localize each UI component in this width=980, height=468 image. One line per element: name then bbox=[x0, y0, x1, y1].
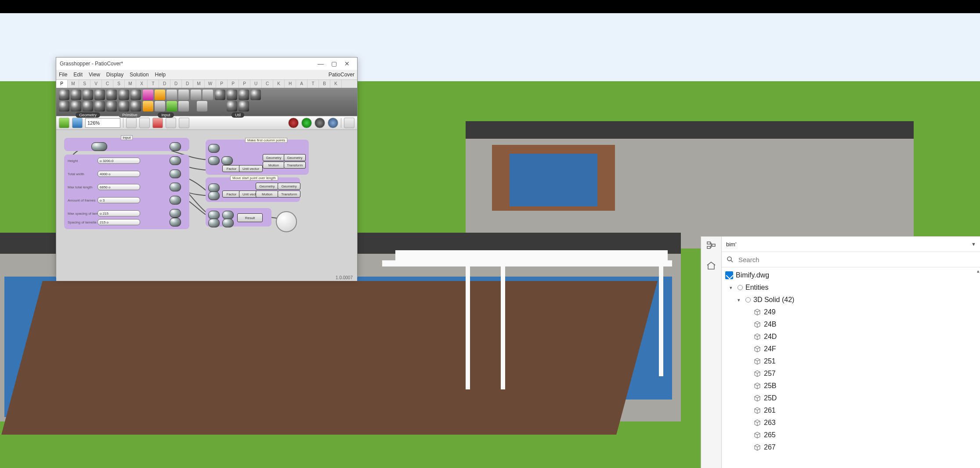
ribbon-button[interactable] bbox=[155, 90, 165, 100]
comp-geometry[interactable]: Geometry bbox=[263, 154, 285, 161]
comp-unit-vector[interactable]: Unit vector bbox=[239, 165, 263, 172]
gh-close-button[interactable]: ✕ bbox=[340, 60, 354, 67]
tree-solid-item[interactable]: 25D bbox=[725, 392, 980, 404]
gh-tab[interactable]: T bbox=[148, 80, 159, 88]
param-dot-icon[interactable] bbox=[208, 184, 220, 192]
structure-panel[interactable]: bim' ▼ ▴ Bimify.dwg ▾ Entities ▾ 3D Soli… bbox=[701, 236, 980, 468]
tree-solid-item[interactable]: 261 bbox=[725, 404, 980, 417]
slider-spacing[interactable]: Spacing of lamella 215 o bbox=[68, 219, 140, 226]
gh-tab[interactable]: D bbox=[159, 80, 170, 88]
ribbon-button[interactable] bbox=[130, 101, 141, 112]
zoom-extents-icon[interactable] bbox=[126, 118, 137, 128]
ribbon-button[interactable] bbox=[143, 90, 153, 100]
ribbon-button[interactable] bbox=[106, 101, 117, 112]
panel-filter-row[interactable]: bim' ▼ bbox=[722, 237, 980, 252]
gh-tab[interactable]: M bbox=[193, 80, 205, 88]
gh-menu-display[interactable]: Display bbox=[106, 72, 123, 78]
visibility-icon[interactable] bbox=[745, 297, 751, 302]
grasshopper-window[interactable]: Grasshopper - PatioCover* — ▢ ✕ File Edi… bbox=[56, 57, 358, 277]
ribbon-button[interactable] bbox=[71, 90, 81, 100]
ribbon-button[interactable] bbox=[227, 90, 237, 100]
tree-solid-item[interactable]: 249 bbox=[725, 306, 980, 318]
ribbon-button[interactable] bbox=[119, 90, 129, 100]
param-dot-icon[interactable] bbox=[208, 156, 220, 165]
slider-output-icon[interactable] bbox=[170, 169, 181, 178]
ribbon-nav-fwd[interactable] bbox=[203, 90, 213, 100]
ribbon-button[interactable] bbox=[227, 101, 237, 112]
display-selected-icon[interactable] bbox=[328, 118, 338, 128]
param-dot-icon[interactable] bbox=[222, 219, 234, 227]
ribbon-button[interactable] bbox=[71, 101, 81, 112]
toolbar-icon[interactable] bbox=[344, 118, 354, 128]
ribbon-button[interactable] bbox=[166, 90, 177, 100]
gh-tab[interactable]: A bbox=[296, 80, 307, 88]
comp-geometry[interactable]: Geometry bbox=[256, 183, 278, 190]
sketch-icon[interactable] bbox=[152, 118, 163, 128]
param-dot-icon[interactable] bbox=[208, 191, 220, 200]
ribbon-button[interactable] bbox=[239, 90, 249, 100]
expand-icon[interactable]: ▾ bbox=[730, 285, 735, 291]
ribbon-button[interactable] bbox=[59, 101, 69, 112]
ribbon-button[interactable] bbox=[83, 90, 93, 100]
comp-transform[interactable]: Transform bbox=[284, 162, 306, 169]
gh-tab[interactable]: C bbox=[262, 80, 273, 88]
comp-geometry[interactable]: Geometry bbox=[278, 183, 300, 190]
gh-tab[interactable]: D bbox=[170, 80, 182, 88]
display-off-icon[interactable] bbox=[315, 118, 325, 128]
gh-tab[interactable]: M bbox=[125, 80, 136, 88]
slider-max-length[interactable]: Max total length 6850 o bbox=[68, 184, 140, 191]
gh-menu-edit[interactable]: Edit bbox=[73, 72, 83, 78]
tree-solid-item[interactable]: 265 bbox=[725, 429, 980, 441]
gh-menu-file[interactable]: File bbox=[59, 72, 67, 78]
param-dot-icon[interactable] bbox=[208, 144, 220, 153]
ribbon-button[interactable] bbox=[94, 90, 105, 100]
visibility-icon[interactable] bbox=[738, 285, 743, 290]
slider-output-icon[interactable] bbox=[170, 218, 181, 227]
tree-solid-item[interactable]: 24D bbox=[725, 331, 980, 343]
panel-tree[interactable]: ▴ Bimify.dwg ▾ Entities ▾ 3D Solid (42) … bbox=[722, 267, 980, 468]
slider-frames[interactable]: Amount of frames o 3 bbox=[68, 197, 140, 204]
ribbon-button[interactable] bbox=[178, 101, 189, 112]
param-dot-icon[interactable] bbox=[208, 219, 220, 227]
gh-titlebar[interactable]: Grasshopper - PatioCover* — ▢ ✕ bbox=[56, 58, 357, 70]
gh-tab[interactable]: P bbox=[239, 80, 250, 88]
gh-tab[interactable]: K bbox=[330, 80, 342, 88]
scroll-up-icon[interactable]: ▴ bbox=[977, 268, 980, 274]
slider-height[interactable]: Height o 3200.0 bbox=[68, 157, 140, 164]
gh-category-tabs[interactable]: P M S V C S M X T D D D M W P P P U C K … bbox=[56, 80, 357, 88]
gh-tab[interactable]: W bbox=[205, 80, 216, 88]
gh-tab[interactable]: P bbox=[228, 80, 239, 88]
gh-tab[interactable]: P bbox=[216, 80, 228, 88]
slider-max-spacing[interactable]: Max spacing of lamella o 215 bbox=[68, 210, 140, 217]
display-shade-icon[interactable] bbox=[301, 118, 312, 128]
param-point-icon[interactable] bbox=[91, 142, 107, 151]
ribbon-button[interactable] bbox=[94, 101, 105, 112]
gh-minimize-button[interactable]: — bbox=[314, 60, 327, 67]
gh-canvas[interactable]: Input Height o 3200.0 Total width 4000 o… bbox=[56, 130, 357, 281]
comp-motion[interactable]: Motion bbox=[256, 191, 278, 198]
ribbon-button[interactable] bbox=[83, 101, 93, 112]
comp-factor[interactable]: Factor bbox=[222, 191, 241, 198]
param-dot-icon[interactable] bbox=[221, 156, 233, 165]
gh-tab[interactable]: S bbox=[113, 80, 125, 88]
param-dot-icon[interactable] bbox=[208, 211, 220, 220]
gh-tab[interactable]: U bbox=[250, 80, 262, 88]
slider-output-icon[interactable] bbox=[170, 156, 181, 165]
ribbon-nav-back[interactable] bbox=[191, 90, 201, 100]
gh-tab[interactable]: V bbox=[90, 80, 102, 88]
slider-output-icon[interactable] bbox=[170, 183, 181, 191]
slider-output-icon[interactable] bbox=[170, 196, 181, 205]
chevron-down-icon[interactable]: ▼ bbox=[971, 241, 976, 247]
toolbar-icon[interactable] bbox=[166, 118, 176, 128]
gh-menu-help[interactable]: Help bbox=[155, 72, 166, 78]
panel-search-input[interactable] bbox=[738, 256, 976, 264]
gh-tab[interactable]: S bbox=[79, 80, 90, 88]
toolbar-icon[interactable] bbox=[179, 118, 189, 128]
gh-tab[interactable]: H bbox=[285, 80, 296, 88]
open-icon[interactable] bbox=[59, 118, 69, 128]
tree-solid-item[interactable]: 24F bbox=[725, 343, 980, 355]
ribbon-button[interactable] bbox=[155, 101, 165, 112]
display-wire-icon[interactable] bbox=[288, 118, 299, 128]
tree-solid-item[interactable]: 251 bbox=[725, 355, 980, 367]
ribbon-button[interactable] bbox=[215, 90, 225, 100]
